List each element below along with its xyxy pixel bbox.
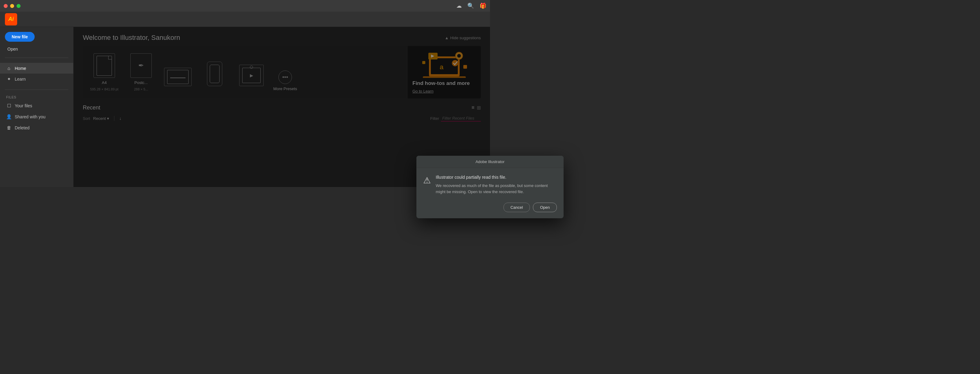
sidebar: New file Open ⌂ Home ✦ Learn FILES ☐ You… (0, 27, 73, 187)
new-file-container: New file (5, 32, 68, 42)
dialog-sub-text: We recovered as much of the file as poss… (436, 183, 490, 187)
warning-icon: ⚠ (423, 175, 431, 185)
title-bar: ☁ 🔍 🎁 (0, 0, 490, 12)
sidebar-item-your-files-label: Your files (15, 103, 32, 108)
sidebar-item-home-label: Home (15, 66, 26, 71)
maximize-button[interactable] (17, 4, 21, 8)
title-bar-right: ☁ 🔍 🎁 (456, 2, 486, 9)
files-section-label: FILES (0, 92, 73, 100)
dialog-title-bar: Adobe Illustrator (417, 156, 490, 168)
learn-icon: ✦ (6, 76, 12, 82)
dialog-title: Adobe Illustrator (476, 159, 490, 164)
sidebar-nav: ⌂ Home ✦ Learn (0, 60, 73, 87)
sidebar-item-learn-label: Learn (15, 76, 26, 81)
app-header: Ai (0, 12, 490, 27)
new-file-button[interactable]: New file (5, 32, 35, 42)
cloud-icon[interactable]: ☁ (456, 2, 462, 9)
minimize-button[interactable] (10, 4, 14, 8)
close-button[interactable] (4, 4, 8, 8)
sidebar-item-learn[interactable]: ✦ Learn (0, 73, 73, 84)
sidebar-divider-top (5, 57, 68, 58)
sidebar-item-deleted[interactable]: 🗑 Deleted (0, 122, 73, 133)
home-icon: ⌂ (6, 65, 12, 71)
trash-icon: 🗑 (6, 125, 12, 130)
sidebar-item-home[interactable]: ⌂ Home (0, 63, 73, 73)
sidebar-divider-files (5, 89, 68, 90)
dialog-main-text: Illustrator could partially read this fi… (436, 175, 490, 180)
shared-icon: 👤 (6, 114, 12, 119)
gift-icon[interactable]: 🎁 (480, 2, 486, 9)
sidebar-item-shared-label: Shared with you (15, 115, 45, 119)
dialog-body: ⚠ Illustrator could partially read this … (417, 168, 490, 187)
open-label[interactable]: Open (0, 45, 73, 55)
ai-logo: Ai (5, 13, 17, 25)
file-icon: ☐ (6, 103, 12, 108)
sidebar-item-shared[interactable]: 👤 Shared with you (0, 111, 73, 122)
dialog-text-area: Illustrator could partially read this fi… (436, 175, 490, 187)
sidebar-item-your-files[interactable]: ☐ Your files (0, 100, 73, 111)
search-icon[interactable]: 🔍 (467, 2, 474, 9)
sidebar-item-deleted-label: Deleted (15, 126, 29, 130)
window-controls[interactable] (4, 4, 21, 8)
dialog-adobe-illustrator: Adobe Illustrator ⚠ Illustrator could pa… (417, 156, 490, 187)
